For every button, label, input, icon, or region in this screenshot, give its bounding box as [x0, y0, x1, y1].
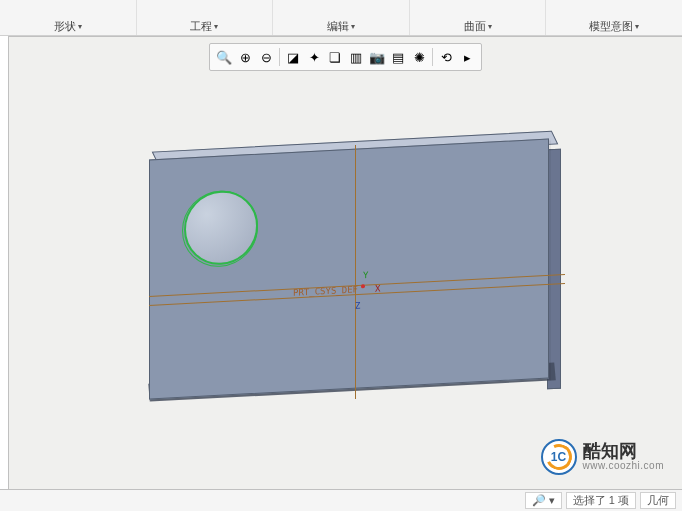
ribbon-group-engineering[interactable]: 工程 ▾ — [137, 0, 274, 35]
chevron-down-icon: ▾ — [214, 22, 218, 31]
ribbon-group-surface[interactable]: 曲面 ▾ — [410, 0, 547, 35]
ribbon-group-model-intent[interactable]: 模型意图 ▾ — [546, 0, 682, 35]
coordinate-system-icon[interactable]: X Y Z — [349, 279, 389, 321]
ribbon-label: 模型意图 — [589, 19, 633, 34]
selection-status-text: 选择了 1 项 — [573, 493, 629, 508]
axis-y-label: Y — [363, 270, 368, 280]
ribbon-group-edit[interactable]: 编辑 ▾ — [273, 0, 410, 35]
chevron-down-icon: ▾ — [635, 22, 639, 31]
ribbon-label: 工程 — [190, 19, 212, 34]
status-bar: 🔎 ▾ 选择了 1 项 几何 — [0, 489, 682, 511]
selection-filter[interactable]: 几何 — [640, 492, 676, 509]
solid-front-face[interactable] — [149, 139, 549, 400]
solid-side-face — [547, 149, 561, 390]
find-button[interactable]: 🔎 ▾ — [525, 492, 562, 509]
csys-origin-icon — [361, 284, 365, 288]
axis-x-label: X — [375, 283, 380, 293]
chevron-down-icon: ▾ — [78, 22, 82, 31]
axis-z-label: Z — [355, 300, 360, 310]
chevron-down-icon: ▾ — [549, 494, 555, 507]
ribbon-group-shape[interactable]: 形状 ▾ — [0, 0, 137, 35]
ribbon-label: 编辑 — [327, 19, 349, 34]
ribbon-bar: 形状 ▾ 工程 ▾ 编辑 ▾ 曲面 ▾ 模型意图 ▾ — [0, 0, 682, 36]
chevron-down-icon: ▾ — [351, 22, 355, 31]
chevron-down-icon: ▾ — [488, 22, 492, 31]
hole-feature[interactable] — [184, 189, 258, 267]
selection-status: 选择了 1 项 — [566, 492, 636, 509]
binoculars-icon: 🔎 — [532, 494, 546, 507]
ribbon-label: 曲面 — [464, 19, 486, 34]
ribbon-label: 形状 — [54, 19, 76, 34]
selection-filter-text: 几何 — [647, 493, 669, 508]
model-canvas[interactable]: PRT_CSYS_DEF X Y Z — [9, 37, 682, 489]
graphics-viewport[interactable]: 🔍 ⊕ ⊖ ◪ ✦ ❏ ▥ 📷 ▤ ✺ ⟲ ▸ PRT_CSYS_DEF X — [8, 36, 682, 489]
